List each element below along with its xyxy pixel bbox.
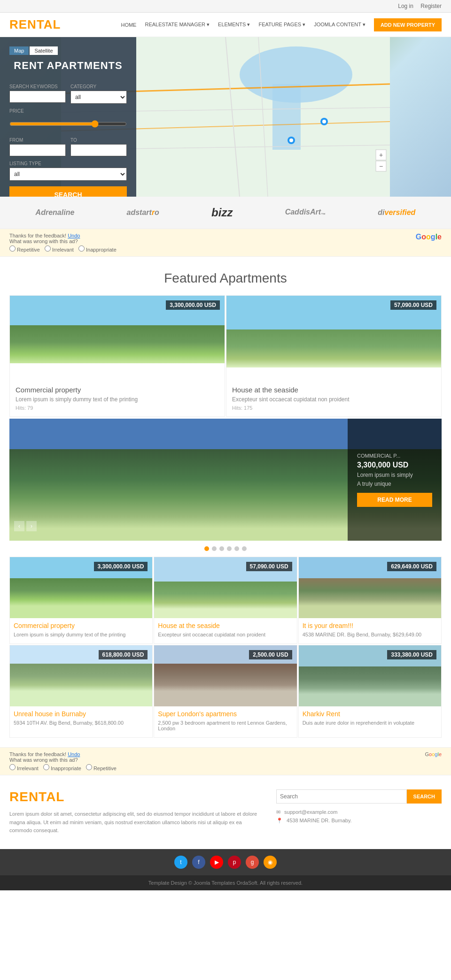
svg-text:−: − xyxy=(379,162,383,170)
property-card-4-desc: Excepteur sint occaecat cupidatat non pr… xyxy=(158,632,293,637)
partner-caddisart: CaddisArt™ xyxy=(285,208,326,217)
register-link[interactable]: Register xyxy=(420,3,442,9)
rss-icon[interactable]: ◉ xyxy=(264,856,277,869)
listing-type-select[interactable]: all xyxy=(9,168,127,181)
nav-elements[interactable]: ELEMENTS xyxy=(218,22,250,28)
fb-bot-opt-3[interactable]: Repetitive xyxy=(86,764,117,771)
property-card-2-hits: Hits: 175 xyxy=(232,405,435,411)
from-label: FROM xyxy=(9,138,66,143)
undo-link-top[interactable]: Undo xyxy=(68,233,80,238)
search-overlay: Map Satellite RENT APARTMENTS SEARCH KEY… xyxy=(0,37,136,197)
email-icon: ✉ xyxy=(276,809,280,815)
dot-1[interactable] xyxy=(204,546,209,551)
youtube-icon[interactable]: ▶ xyxy=(210,856,223,869)
to-label: TO xyxy=(70,138,127,143)
property-card-5[interactable]: 629,649.00 USD It is your dream!!! 4538 … xyxy=(298,557,442,644)
property-card-6-title: Unreal house in Burnaby xyxy=(14,710,148,718)
search-keywords-input[interactable] xyxy=(9,91,66,103)
twitter-icon[interactable]: t xyxy=(174,856,187,869)
feedback-bar-top: Thanks for the feedback! Undo What was w… xyxy=(0,229,451,257)
nav-home[interactable]: HOME xyxy=(121,22,136,28)
undo-link-bottom[interactable]: Undo xyxy=(68,751,80,757)
partner-bizz: bizz xyxy=(211,206,233,219)
price-slider[interactable] xyxy=(9,117,127,130)
property-card-3[interactable]: 3,300,000.00 USD Commercial property Lor… xyxy=(9,557,153,644)
facebook-icon[interactable]: f xyxy=(192,856,205,869)
property-card-7[interactable]: 2,500.00 USD Super London's apartmens 2,… xyxy=(154,645,297,738)
feedback-opt-irrelevant[interactable]: Irrelevant xyxy=(45,245,74,253)
property-card-7-price: 2,500.00 USD xyxy=(249,650,292,659)
property-card-8-title: Kharkiv Rent xyxy=(303,710,437,718)
top-property-cards: 3,300,000.00 USD Commercial property Lor… xyxy=(0,295,451,417)
google-logo-top: Google xyxy=(416,233,442,241)
footer-main: RENTAL Lorem ipsum dolor sit amet, conse… xyxy=(0,775,451,849)
feedback-text-bottom: Thanks for the feedback! xyxy=(9,751,66,757)
slider-nav-buttons: ‹ › xyxy=(14,521,37,531)
add-property-button[interactable]: ADD NEW PROPERTY xyxy=(374,18,442,31)
svg-rect-2 xyxy=(272,84,301,150)
slider-prev-button[interactable]: ‹ xyxy=(14,521,24,531)
dot-2[interactable] xyxy=(212,546,217,551)
read-more-button[interactable]: READ MORE xyxy=(357,493,432,507)
hero-section: + − Map Satellite RENT APARTMENTS SEARCH… xyxy=(0,37,451,197)
property-slider: COMMERCIAL P... 3,300,000 USD Lorem ipsu… xyxy=(9,419,442,541)
partner-diversified: diversified xyxy=(378,208,415,217)
property-card-2[interactable]: 57,090.00 USD House at the seaside Excep… xyxy=(226,295,442,417)
feedback-opt-inappropriate[interactable]: Inappropriate xyxy=(78,245,117,253)
property-card-8-price: 333,380.00 USD xyxy=(387,650,436,659)
category-label: CATEGORY xyxy=(70,84,127,89)
map-tab-map[interactable]: Map xyxy=(9,46,29,55)
search-form: SEARCH KEYWORDS CATEGORY all PRICE FROM … xyxy=(9,79,127,197)
property-card-5-price: 629,649.00 USD xyxy=(387,562,436,571)
footer-search-button[interactable]: SEARCH xyxy=(407,789,442,804)
partners-bar: Adrenaline adstartro bizz CaddisArt™ div… xyxy=(0,197,451,229)
mid-property-cards: 3,300,000.00 USD Commercial property Lor… xyxy=(0,557,451,644)
footer-brand: RENTAL Lorem ipsum dolor sit amet, conse… xyxy=(9,789,257,835)
copyright-bar: Template Design © Joomla Templates OrdaS… xyxy=(0,875,451,890)
footer-search-input[interactable] xyxy=(276,789,407,804)
fb-bot-opt-2[interactable]: Inappropriate xyxy=(43,764,81,771)
slider-desc: Lorem ipsum is simply xyxy=(357,472,432,478)
slider-property-type: COMMERCIAL P... xyxy=(357,453,432,459)
pinterest-icon[interactable]: p xyxy=(228,856,241,869)
property-card-8[interactable]: 333,380.00 USD Kharkiv Rent Duis aute ir… xyxy=(298,645,442,738)
nav-feature-pages[interactable]: FEATURE PAGES xyxy=(258,22,305,28)
location-icon: 📍 xyxy=(276,818,283,823)
property-card-6[interactable]: 618,800.00 USD Unreal house in Burnaby 5… xyxy=(9,645,153,738)
feedback-bar-bottom: Thanks for the feedback! Undo What was w… xyxy=(0,747,451,775)
property-card-4-price: 57,090.00 USD xyxy=(246,562,292,571)
map-tab-satellite[interactable]: Satellite xyxy=(30,46,57,55)
footer-address: 📍 4538 MARINE DR. Burnaby. xyxy=(276,818,442,824)
property-card-1-hits: Hits: 79 xyxy=(16,405,219,411)
google-plus-icon[interactable]: g xyxy=(246,856,259,869)
footer-search-bar: SEARCH xyxy=(276,789,442,804)
nav-realestate[interactable]: REALESTATE MANAGER xyxy=(145,22,210,28)
category-select[interactable]: all xyxy=(70,91,127,104)
partner-adrenaline: Adrenaline xyxy=(36,208,75,217)
footer-description: Lorem ipsum dolor sit amet, consectetur … xyxy=(9,810,257,835)
feedback-opt-repetitive[interactable]: Repetitive xyxy=(9,245,40,253)
slider-next-button[interactable]: › xyxy=(26,521,37,531)
fb-bot-opt-1[interactable]: Irrelevant xyxy=(9,764,39,771)
dot-4[interactable] xyxy=(227,546,232,551)
dot-5[interactable] xyxy=(234,546,239,551)
logo: RENTAL xyxy=(9,17,61,32)
search-button[interactable]: SEARCH xyxy=(9,186,127,197)
to-input[interactable]: 3300000 xyxy=(70,144,127,156)
login-link[interactable]: Log in xyxy=(398,3,413,9)
dot-6[interactable] xyxy=(242,546,247,551)
keywords-label: SEARCH KEYWORDS xyxy=(9,84,66,89)
property-card-1[interactable]: 3,300,000.00 USD Commercial property Lor… xyxy=(9,295,225,417)
property-card-2-title: House at the seaside xyxy=(232,386,435,394)
property-card-5-desc: 4538 MARINE DR. Big Bend, Burnaby, $629,… xyxy=(303,632,437,637)
property-card-8-desc: Duis aute irure dolor in reprehenderit i… xyxy=(303,720,437,726)
slider-price: 3,300,000 USD xyxy=(357,461,432,469)
nav-joomla[interactable]: JOOMLA CONTENT xyxy=(314,22,365,28)
nav-links: HOME REALESTATE MANAGER ELEMENTS FEATURE… xyxy=(121,18,442,31)
dot-3[interactable] xyxy=(219,546,224,551)
property-card-3-title: Commercial property xyxy=(14,622,148,629)
from-input[interactable]: 0 xyxy=(9,144,66,156)
property-card-4[interactable]: 57,090.00 USD House at the seaside Excep… xyxy=(154,557,297,644)
property-card-7-desc: 2,500 pw 3 bedroom apartment to rent Len… xyxy=(158,720,293,731)
slider-unique: A truly unique xyxy=(357,481,432,487)
